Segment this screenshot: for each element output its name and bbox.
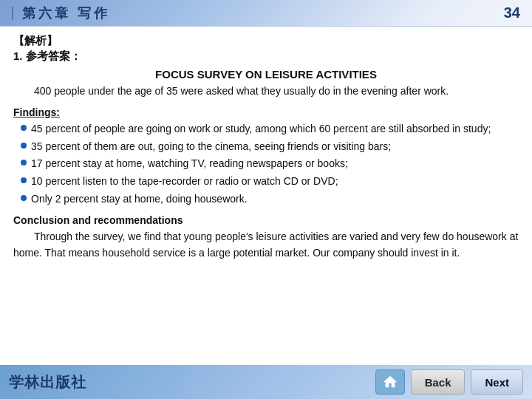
footer-buttons: Back Next [375, 369, 523, 395]
header-left: 第六章 写作 [12, 4, 110, 22]
publisher-logo: 学林出版社 [9, 372, 86, 392]
next-button[interactable]: Next [471, 369, 523, 395]
survey-intro: 400 people under the age of 35 were aske… [13, 83, 519, 99]
bullet-dot-icon [21, 143, 27, 149]
bullet-dot-icon [21, 195, 27, 201]
page-header: 第六章 写作 34 [0, 0, 532, 27]
conclusion-title: Conclusion and recommendations [13, 214, 519, 226]
section-label: 【解析】 [13, 34, 519, 48]
list-item: 17 percent stay at home, watching TV, re… [21, 156, 519, 172]
list-item: 10 percent listen to the tape-recorder o… [21, 174, 519, 190]
back-button[interactable]: Back [411, 369, 466, 395]
bullet-list: 45 percent of people are going on work o… [13, 121, 519, 207]
ref-answer-label: 1. 参考答案： [13, 50, 519, 64]
list-item: 45 percent of people are going on work o… [21, 121, 519, 137]
page-number: 34 [504, 4, 520, 21]
home-button[interactable] [375, 369, 405, 395]
bullet-dot-icon [21, 177, 27, 183]
chapter-title: 第六章 写作 [22, 4, 110, 22]
page-footer: 学林出版社 Back Next [0, 365, 532, 399]
list-item: 35 percent of them are out, going to the… [21, 139, 519, 155]
findings-title: Findings: [13, 106, 519, 118]
list-item: Only 2 percent stay at home, doing house… [21, 191, 519, 208]
bullet-dot-icon [21, 160, 27, 166]
conclusion-text: Through the survey, we find that young p… [13, 229, 519, 261]
home-icon [382, 374, 398, 390]
header-separator [12, 7, 13, 20]
main-content: 【解析】 1. 参考答案： FOCUS SURVEY ON LEISURE AC… [0, 27, 532, 365]
bullet-dot-icon [21, 125, 27, 131]
survey-title: FOCUS SURVEY ON LEISURE ACTIVITIES [13, 68, 519, 81]
